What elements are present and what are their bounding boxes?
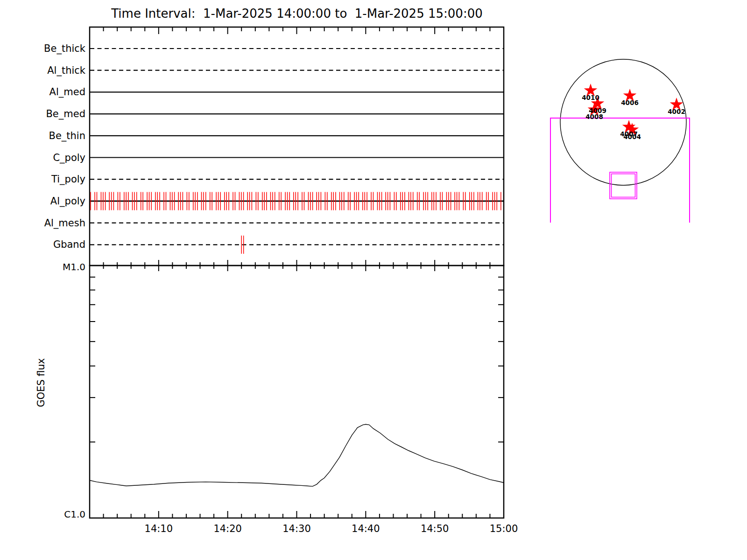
active-region-label: 4009 bbox=[589, 107, 606, 114]
goes-ymax-label: M1.0 bbox=[0, 261, 85, 273]
goes-ymin-label: C1.0 bbox=[0, 509, 85, 520]
active-region-label: 4006 bbox=[621, 99, 639, 106]
active-region-label: 4007 bbox=[620, 130, 638, 138]
filter-label: Al_thick bbox=[0, 64, 85, 77]
filter-label: Be_thin bbox=[0, 130, 85, 142]
goes-flux-axis-title: GOES flux bbox=[35, 358, 47, 407]
filter-label: Gband bbox=[0, 238, 85, 251]
x-tick-label: 14:10 bbox=[135, 523, 182, 534]
plot-svg: 4008400440104006400240094007 bbox=[0, 0, 747, 560]
x-tick-label: 14:40 bbox=[342, 523, 389, 534]
x-tick-label: 14:20 bbox=[204, 523, 251, 534]
goes-flux-curve bbox=[90, 424, 504, 486]
filter-label: Be_med bbox=[0, 108, 85, 120]
filter-label: Al_mesh bbox=[0, 217, 85, 229]
active-region-label: 4002 bbox=[668, 108, 685, 115]
app-canvas: 4008400440104006400240094007 Time Interv… bbox=[0, 0, 747, 560]
filter-label: Al_med bbox=[0, 86, 85, 98]
filter-label: Be_thick bbox=[0, 42, 85, 55]
filter-timeline-panel bbox=[90, 27, 504, 266]
x-tick-label: 15:00 bbox=[480, 523, 527, 534]
goes-log-ticks bbox=[90, 277, 503, 442]
x-tick-label: 14:50 bbox=[411, 523, 458, 534]
goes-flux-panel bbox=[90, 266, 504, 518]
solar-disk-limb bbox=[560, 59, 686, 185]
active-region-label: 4010 bbox=[582, 94, 599, 101]
solar-disk-map: 4008400440104006400240094007 bbox=[550, 59, 690, 223]
x-tick-label: 14:30 bbox=[274, 523, 320, 534]
time-axis-ticks bbox=[104, 28, 490, 518]
chart-title: Time Interval: 1-Mar-2025 14:00:00 to 1-… bbox=[111, 7, 482, 21]
filter-label: Al_poly bbox=[0, 195, 85, 207]
filter-label: C_poly bbox=[0, 152, 85, 164]
filter-label: Ti_poly bbox=[0, 173, 85, 185]
